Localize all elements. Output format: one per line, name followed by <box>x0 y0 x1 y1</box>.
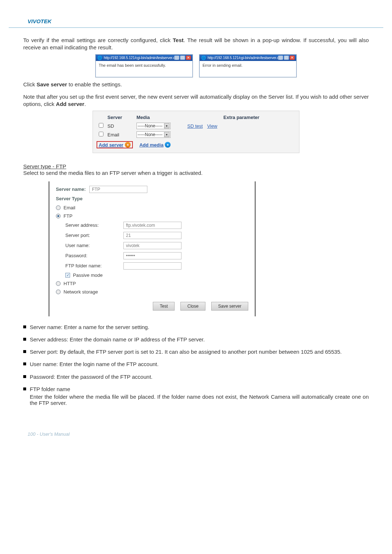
maximize-icon[interactable]: □ <box>284 56 289 60</box>
server-name-input[interactable] <box>89 186 147 193</box>
server-port-input[interactable] <box>123 232 181 239</box>
popup-error-url: http://192.168.5.121/cgi-bin/admin/tests… <box>208 56 278 60</box>
popup-error-titlebar: 🌐 http://192.168.5.121/cgi-bin/admin/tes… <box>200 55 296 61</box>
server-row-email-checkbox[interactable] <box>99 132 103 136</box>
add-server-ref: Add server <box>56 101 84 107</box>
email-media-value: -----None----- <box>138 132 163 137</box>
brand-header: VIVOTEK <box>0 18 392 27</box>
chevron-down-icon: ▼ <box>164 132 170 137</box>
server-address-label: Server address: <box>65 222 123 228</box>
popup-success-titlebar: 🌐 http://192.168.5.121/cgi-bin/admin/tes… <box>96 55 192 61</box>
save-server-button[interactable]: Save server <box>211 302 248 311</box>
bullet-icon <box>23 325 26 328</box>
bullet-6-head: FTP folder name <box>30 386 369 393</box>
ftp-fields: Server address: Server port: User name: … <box>56 220 248 279</box>
col-extra: Extra parameter <box>187 115 295 120</box>
folder-input[interactable] <box>123 262 181 270</box>
bullet-item: FTP folder name <box>23 386 369 393</box>
maximize-icon[interactable]: □ <box>180 56 185 60</box>
bullet-icon <box>23 350 26 353</box>
server-row-sd-label: SD <box>107 123 136 129</box>
server-address-input[interactable] <box>123 222 181 229</box>
ftp-section-title: Server type - FTP <box>23 163 369 169</box>
add-blue-icon: ✦ <box>165 142 171 148</box>
user-name-label: User name: <box>65 243 123 248</box>
col-server: Server <box>107 115 136 120</box>
server-list-actions: Add server ✦ Add media ✦ <box>97 139 295 149</box>
test-button-ref: Test <box>173 37 184 43</box>
server-list-header: Server Media Extra parameter <box>97 113 295 122</box>
close-icon[interactable]: ✕ <box>290 56 295 60</box>
email-media-select[interactable]: -----None----- ▼ <box>136 131 171 138</box>
close-button[interactable]: Close <box>180 302 205 311</box>
add-media-link[interactable]: Add media <box>139 142 163 148</box>
bullet-item: Server port: By default, the FTP server … <box>23 348 369 356</box>
bullet-icon <box>23 387 26 390</box>
verify-paragraph: To verify if the email settings are corr… <box>23 37 369 52</box>
sd-media-select[interactable]: -----None----- ▼ <box>136 123 171 129</box>
password-input[interactable] <box>123 252 181 259</box>
popup-error-body: Error in sending email. <box>200 61 296 77</box>
save-server-ref: Save server <box>37 81 67 87</box>
chevron-down-icon: ▼ <box>164 123 170 128</box>
bullet-3: Server port: By default, the FTP server … <box>30 348 369 356</box>
radio-netstore[interactable]: Network storage <box>56 288 248 296</box>
radio-http-label: HTTP <box>64 281 76 286</box>
popup-success-body: The email has been sent successfully. <box>96 61 192 77</box>
user-name-input[interactable] <box>123 242 181 249</box>
ie-icon: 🌐 <box>97 56 102 60</box>
radio-icon <box>56 281 61 286</box>
minimize-icon[interactable]: _ <box>174 56 179 60</box>
bullet-6-body: Enter the folder where the media file wi… <box>23 394 369 406</box>
radio-icon <box>56 290 61 294</box>
radio-email-label: Email <box>64 205 75 210</box>
popup-error: 🌐 http://192.168.5.121/cgi-bin/admin/tes… <box>199 54 297 77</box>
popup-success-url: http://192.168.5.121/cgi-bin/admin/tests… <box>104 56 174 60</box>
bullet-list: Server name: Enter a name for the server… <box>23 324 369 406</box>
server-row-sd-checkbox[interactable] <box>99 123 103 128</box>
save-prefix: Click <box>23 81 37 87</box>
page-footer: 100 - User's Manual <box>0 431 392 437</box>
radio-ftp-label: FTP <box>64 213 73 219</box>
col-media: Media <box>136 115 187 120</box>
server-port-label: Server port: <box>65 233 123 238</box>
bullet-4: User name: Enter the login name of the F… <box>30 361 369 368</box>
save-suffix: to enable the settings. <box>67 81 122 87</box>
bullet-item: User name: Enter the login name of the F… <box>23 361 369 368</box>
close-icon[interactable]: ✕ <box>186 56 191 60</box>
server-row-sd: SD -----None----- ▼ SD test View <box>97 122 295 130</box>
radio-http[interactable]: HTTP <box>56 279 248 288</box>
sd-test-link[interactable]: SD test <box>187 123 203 129</box>
bullet-1: Server name: Enter a name for the server… <box>30 324 369 331</box>
ftp-button-row: Test Close Save server <box>56 302 248 311</box>
radio-icon <box>56 214 61 218</box>
header-rule <box>9 27 383 28</box>
passive-checkbox[interactable]: ✓ <box>65 273 70 278</box>
test-button[interactable]: Test <box>153 302 175 311</box>
server-list-box: Server Media Extra parameter SD -----Non… <box>93 111 299 153</box>
radio-ftp[interactable]: FTP <box>56 212 248 220</box>
radio-icon <box>56 205 61 210</box>
radio-email[interactable]: Email <box>56 204 248 212</box>
server-type-label: Server Type <box>56 196 248 201</box>
view-link[interactable]: View <box>207 123 217 129</box>
add-server-highlight: Add server ✦ <box>97 141 133 148</box>
sd-media-value: -----None----- <box>138 123 163 128</box>
ftp-section-desc: Select to send the media files to an FTP… <box>23 169 369 177</box>
bullet-item: Server address: Enter the domain name or… <box>23 336 369 343</box>
popup-row: 🌐 http://192.168.5.121/cgi-bin/admin/tes… <box>23 54 369 77</box>
note-line: Note that after you set up the first eve… <box>23 93 369 108</box>
bullet-2: Server address: Enter the domain name or… <box>30 336 369 343</box>
bullet-icon <box>23 362 26 365</box>
server-row-email-label: Email <box>107 132 136 138</box>
bullet-item: Server name: Enter a name for the server… <box>23 324 369 331</box>
save-line: Click Save server to enable the settings… <box>23 81 369 88</box>
password-label: Password: <box>65 253 123 258</box>
ftp-panel: Server name: Server Type Email FTP Serve… <box>49 181 256 316</box>
bullet-5: Password: Enter the password of the FTP … <box>30 373 369 381</box>
add-orange-icon: ✦ <box>125 142 131 148</box>
minimize-icon[interactable]: _ <box>278 56 283 60</box>
folder-label: FTP folder name: <box>65 263 123 268</box>
bullet-item: Password: Enter the password of the FTP … <box>23 373 369 381</box>
add-server-link[interactable]: Add server <box>99 142 123 148</box>
